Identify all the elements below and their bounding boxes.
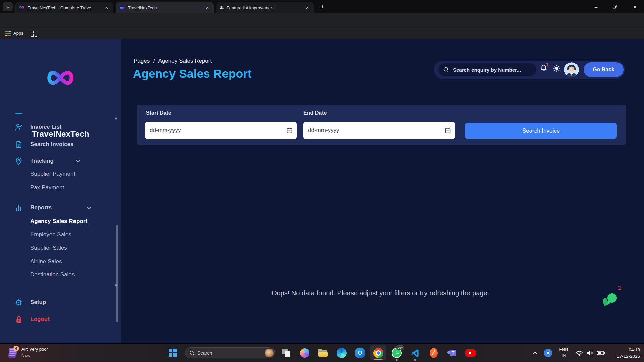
sidebar-item-label: Setup (30, 297, 46, 308)
search-highlight-avatar[interactable] (265, 349, 274, 357)
notification-badge: 1 (546, 62, 548, 67)
tab-search-button[interactable] (3, 2, 13, 11)
sidebar-item-label: Supplier Sales (30, 242, 67, 254)
chatgpt-favicon-icon: ✻ (220, 5, 224, 10)
sidebar-item-pax-payment[interactable]: Pax Payment (0, 182, 121, 193)
gear-icon: ⚙ (14, 298, 23, 307)
tab-close-icon[interactable]: × (104, 5, 110, 11)
whatsapp-badge: 99+ (396, 345, 404, 350)
sidebar-item-airline-sales[interactable]: Airline Sales (0, 256, 121, 267)
sidebar-scroll-up-icon[interactable]: ▲ (115, 116, 117, 120)
person-check-icon (14, 122, 23, 132)
file-explorer-icon[interactable] (318, 348, 328, 358)
chevron-down-icon (6, 4, 10, 10)
chat-badge: 1 (618, 285, 621, 291)
sidebar-item-logout[interactable]: Logout (0, 314, 121, 325)
header-search[interactable] (438, 63, 536, 76)
battery-icon[interactable] (596, 344, 606, 362)
breadcrumb-root[interactable]: Pages (134, 58, 150, 64)
chat-widget-icon[interactable] (602, 291, 620, 308)
weather-title[interactable]: Air: Very poor (21, 347, 48, 352)
end-date-input[interactable] (303, 122, 436, 134)
sidebar-item-label: Reports (30, 202, 52, 213)
new-tab-button[interactable]: + (318, 3, 326, 11)
sidebar-item-supplier-sales[interactable]: Supplier Sales (0, 242, 121, 254)
search-icon (443, 67, 449, 73)
clock[interactable]: 04:18 17-12-2025 (617, 347, 640, 359)
taskbar: 4 Air: Very poor Now Search O 99+ T ENGI… (0, 343, 644, 362)
vscode-running-dot (414, 359, 416, 361)
sidebar-item-label: Pax Payment (30, 182, 64, 193)
volume-icon[interactable] (585, 344, 595, 362)
chevron-down-icon[interactable] (87, 205, 91, 211)
travelnextech-favicon-icon (19, 5, 25, 11)
bookmark-apps-label[interactable]: Apps (13, 31, 23, 36)
sidebar-item-supplier-payment[interactable]: Supplier Payment (0, 168, 121, 180)
sidebar-item-tracking[interactable]: Tracking (0, 155, 121, 167)
browser-tab[interactable]: TravelNexTech - Complete Trave × (15, 2, 113, 13)
minimize-button[interactable]: – (588, 0, 604, 13)
sidebar-item-destination-sales[interactable]: Destination Sales (0, 269, 121, 280)
browser-tab[interactable]: ✻ Feature list improvement × (216, 2, 314, 13)
start-date-input[interactable] (145, 122, 277, 134)
grid-shortcut-icon[interactable] (31, 31, 38, 37)
sidebar-scrollbar[interactable] (116, 225, 118, 322)
browser-tab-strip: TravelNexTech - Complete Trave × TravelN… (0, 0, 644, 13)
apps-grid-icon[interactable] (5, 31, 11, 36)
collapsed-menu-dash-icon (15, 113, 22, 114)
outlook-icon[interactable]: O (355, 348, 365, 358)
sidebar-scroll-down-icon[interactable]: ▼ (115, 283, 117, 287)
enquiry-search-input[interactable] (452, 67, 531, 73)
chrome-icon[interactable] (373, 348, 383, 358)
go-back-button[interactable]: Go Back (584, 62, 624, 77)
bookmarks-bar: Apps (0, 28, 644, 39)
tray-chevron-icon[interactable] (530, 344, 540, 362)
user-avatar[interactable] (564, 62, 579, 77)
whatsapp-running-dot (396, 359, 398, 361)
web-page: TravelNexTech Invoice List Search Invoic… (0, 39, 640, 343)
vscode-icon[interactable] (410, 348, 420, 358)
sidebar-item-agency-sales-report[interactable]: Agency Sales Report (0, 216, 121, 227)
tab-close-icon[interactable]: × (204, 5, 210, 11)
start-date-label: Start Date (146, 110, 171, 116)
search-icon (189, 350, 195, 356)
copilot-icon[interactable] (300, 348, 310, 358)
sidebar-item-label: Tracking (30, 155, 54, 167)
sidebar-item-label: Employee Sales (30, 229, 71, 240)
youtube-icon[interactable] (465, 348, 476, 358)
lock-icon (14, 315, 23, 324)
bluetooth-icon[interactable] (544, 344, 552, 362)
wifi-icon[interactable] (575, 344, 584, 362)
screen: TravelNexTech - Complete Trave × TravelN… (0, 0, 644, 362)
restore-button[interactable] (607, 0, 623, 13)
teams-icon[interactable]: T (447, 348, 457, 358)
close-button[interactable]: × (626, 0, 644, 13)
theme-sun-icon[interactable] (553, 65, 560, 73)
tab-title: TravelNexTech - Complete Trave (28, 5, 101, 10)
chevron-down-icon[interactable] (75, 158, 80, 164)
sidebar-item-label: Invoice List (30, 121, 62, 133)
paint-app-icon[interactable] (429, 348, 439, 358)
taskbar-search[interactable]: Search (185, 347, 275, 358)
calendar-icon[interactable] (445, 127, 451, 135)
search-invoice-button[interactable]: Search Invoice (465, 123, 617, 139)
calendar-icon[interactable] (286, 127, 293, 135)
start-button-icon[interactable] (169, 349, 177, 357)
tab-close-icon[interactable]: × (304, 5, 310, 11)
language-indicator[interactable]: ENGIN (558, 347, 570, 358)
sidebar-item-search-invoices[interactable]: Search Invoices (0, 139, 121, 150)
taskbar-search-placeholder: Search (197, 350, 265, 356)
location-pin-icon (14, 156, 23, 166)
sidebar-item-employee-sales[interactable]: Employee Sales (0, 229, 121, 240)
sidebar-item-label: Search Invoices (30, 139, 73, 150)
sidebar-item-reports[interactable]: Reports (0, 202, 121, 213)
stacked-windows-icon[interactable] (281, 348, 291, 358)
sidebar-item-invoice-list[interactable]: Invoice List (0, 121, 121, 133)
sidebar-item-setup[interactable]: ⚙ Setup (0, 297, 121, 308)
bar-chart-icon (14, 203, 23, 212)
edge-icon[interactable] (337, 348, 347, 358)
travelnextech-logo (42, 67, 79, 90)
main-content: Pages / Agency Sales Report Agency Sales… (121, 39, 640, 343)
weather-aqi-badge: 4 (13, 346, 19, 351)
browser-tab-active[interactable]: TravelNexTech × (116, 2, 214, 13)
